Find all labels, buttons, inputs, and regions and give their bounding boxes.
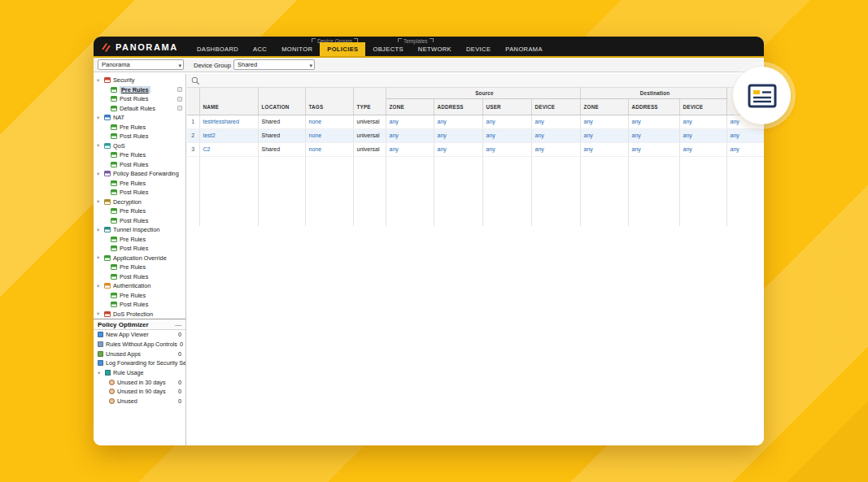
source-address-value[interactable]: any [438, 146, 447, 152]
sidebar-item-security-default-rules[interactable]: Default Rules [94, 104, 185, 114]
sidebar-section-pbf[interactable]: ▾ Policy Based Forwarding [94, 169, 185, 179]
rule-row[interactable]: 3 C2 Shared none universal any any any a… [187, 142, 764, 156]
device-group-select[interactable]: Shared [233, 59, 315, 70]
tab-dashboard[interactable]: DASHBOARD [190, 42, 246, 56]
optimizer-item-unused-30-days[interactable]: Unused in 30 days 0 [94, 377, 185, 387]
type-column-header[interactable]: TYPE [353, 88, 386, 115]
tab-network[interactable]: NETWORK [411, 42, 459, 56]
tab-monitor[interactable]: MONITOR [274, 42, 320, 56]
chevron-down-icon[interactable]: ▾ [97, 254, 102, 261]
context-select[interactable]: Panorama [98, 59, 184, 70]
source-user-value[interactable]: any [486, 132, 495, 138]
sidebar-item-authentication-post-rules[interactable]: Post Rules [94, 300, 185, 310]
name-column-header[interactable]: NAME [199, 88, 258, 115]
rule-name-link[interactable]: C2 [203, 146, 211, 152]
source-device-header[interactable]: DEVICE [531, 98, 580, 115]
rule-tags-link[interactable]: none [309, 119, 322, 124]
sidebar-section-qos[interactable]: ▾ QoS [94, 141, 185, 151]
source-zone-value[interactable]: any [390, 119, 399, 124]
search-bar[interactable] [187, 74, 764, 88]
sidebar-item-qos-pre-rules[interactable]: Pre Rules [94, 150, 185, 160]
optimizer-item-rule-usage[interactable]: ▾ Rule Usage [94, 368, 185, 378]
chevron-down-icon[interactable]: ▾ [97, 142, 102, 149]
tab-policies[interactable]: POLICIES [320, 42, 365, 56]
source-address-value[interactable]: any [438, 132, 447, 138]
rule-row[interactable]: 1 testrtesshared Shared none universal a… [187, 115, 764, 128]
source-address-header[interactable]: ADDRESS [434, 98, 482, 115]
source-device-value[interactable]: any [535, 146, 544, 152]
source-user-value[interactable]: any [486, 119, 495, 124]
clipped-column-value[interactable]: any [731, 119, 739, 124]
destination-address-value[interactable]: any [632, 146, 641, 152]
destination-address-value[interactable]: any [632, 119, 641, 124]
source-address-value[interactable]: any [438, 119, 447, 124]
sidebar-item-tunnel-post-rules[interactable]: Post Rules [94, 244, 185, 254]
destination-zone-value[interactable]: any [584, 119, 593, 124]
sidebar-section-decryption[interactable]: ▾ Decryption [94, 198, 185, 207]
tab-panorama[interactable]: PANORAMA [498, 42, 550, 56]
sidebar-item-appoverride-pre-rules[interactable]: Pre Rules [94, 263, 185, 272]
destination-zone-value[interactable]: any [584, 146, 593, 152]
sidebar-item-pbf-pre-rules[interactable]: Pre Rules [94, 179, 185, 189]
sidebar-item-decryption-post-rules[interactable]: Post Rules [94, 216, 185, 226]
source-zone-value[interactable]: any [390, 132, 399, 138]
chevron-down-icon[interactable]: ▾ [98, 370, 103, 376]
sidebar-section-authentication[interactable]: ▾ Authentication [94, 281, 185, 291]
destination-device-value[interactable]: any [683, 146, 692, 152]
sidebar-section-nat[interactable]: ▾ NAT [94, 113, 185, 123]
optimizer-item-new-app-viewer[interactable]: New App Viewer 0 [94, 330, 185, 340]
chevron-down-icon[interactable]: ▾ [97, 198, 102, 205]
optimizer-item-unused-apps[interactable]: Unused Apps 0 [94, 349, 185, 358]
tab-device[interactable]: DEVICE [459, 42, 498, 56]
sidebar-section-tunnel-inspection[interactable]: ▾ Tunnel Inspection [94, 225, 185, 235]
rule-tags-link[interactable]: none [309, 146, 322, 152]
optimizer-item-log-forwarding[interactable]: Log Forwarding for Security Se [94, 358, 185, 368]
clipped-column-value[interactable]: any [731, 132, 739, 138]
chevron-down-icon[interactable]: ▾ [97, 77, 102, 84]
destination-device-value[interactable]: any [683, 119, 692, 124]
destination-zone-value[interactable]: any [584, 132, 593, 138]
rule-name-link[interactable]: testrtesshared [203, 119, 239, 124]
source-user-value[interactable]: any [486, 146, 495, 152]
source-device-value[interactable]: any [535, 119, 544, 124]
destination-address-value[interactable]: any [632, 132, 641, 138]
rule-row[interactable]: 2 test2 Shared none universal any any an… [187, 128, 764, 142]
sidebar-section-dos-protection[interactable]: ▾ DoS Protection [94, 310, 185, 319]
destination-address-header[interactable]: ADDRESS [628, 98, 679, 115]
optimizer-item-rules-without-app-controls[interactable]: Rules Without App Controls 0 [94, 340, 185, 350]
source-zone-value[interactable]: any [390, 146, 399, 152]
sidebar-item-authentication-pre-rules[interactable]: Pre Rules [94, 291, 185, 301]
sidebar-item-decryption-pre-rules[interactable]: Pre Rules [94, 206, 185, 216]
sidebar-section-application-override[interactable]: ▾ Application Override [94, 254, 185, 263]
chevron-down-icon[interactable]: ▾ [97, 115, 102, 121]
sidebar-item-security-pre-rules[interactable]: Pre Rules [94, 85, 185, 95]
sidebar-item-nat-pre-rules[interactable]: Pre Rules [94, 123, 185, 132]
sidebar-item-qos-post-rules[interactable]: Post Rules [94, 160, 185, 170]
clipped-column-value[interactable]: any [731, 146, 739, 152]
rule-name-link[interactable]: test2 [203, 132, 216, 138]
tab-acc[interactable]: ACC [246, 42, 274, 56]
chevron-down-icon[interactable]: ▾ [97, 310, 102, 317]
chevron-down-icon[interactable]: ▾ [97, 171, 102, 177]
tags-column-header[interactable]: TAGS [305, 88, 353, 115]
source-user-header[interactable]: USER [482, 98, 531, 115]
rule-tags-link[interactable]: none [309, 132, 322, 138]
source-device-value[interactable]: any [535, 132, 544, 138]
optimizer-item-unused[interactable]: Unused 0 [94, 397, 185, 406]
destination-device-value[interactable]: any [683, 132, 692, 138]
sidebar-item-nat-post-rules[interactable]: Post Rules [94, 132, 185, 141]
location-column-header[interactable]: LOCATION [258, 88, 305, 115]
sidebar-section-security[interactable]: ▾ Security [94, 76, 185, 85]
sidebar-item-pbf-post-rules[interactable]: Post Rules [94, 188, 185, 198]
sidebar-item-tunnel-pre-rules[interactable]: Pre Rules [94, 235, 185, 245]
tab-objects[interactable]: OBJECTS [365, 42, 410, 56]
sidebar-item-security-post-rules[interactable]: Post Rules [94, 94, 185, 104]
destination-device-header[interactable]: DEVICE [679, 98, 726, 115]
chevron-down-icon[interactable]: ▾ [97, 283, 102, 289]
optimizer-item-unused-90-days[interactable]: Unused in 90 days 0 [94, 387, 185, 397]
destination-zone-header[interactable]: ZONE [580, 98, 628, 115]
minimize-icon[interactable]: — [175, 319, 181, 330]
source-zone-header[interactable]: ZONE [386, 98, 434, 115]
chevron-down-icon[interactable]: ▾ [97, 227, 102, 233]
sidebar-item-appoverride-post-rules[interactable]: Post Rules [94, 272, 185, 282]
